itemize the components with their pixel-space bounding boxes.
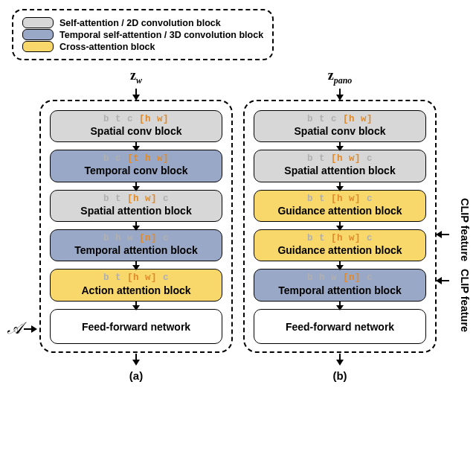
clip-feature-label-2: CLIP feature: [458, 269, 470, 332]
guidance-attention-block-2: b t [h w] c Guidance attention block: [254, 229, 426, 261]
dims-label: b t [h w] c: [257, 233, 422, 243]
dims-label: b t c [h w]: [54, 114, 219, 124]
arrow-right-icon: [24, 328, 36, 330]
arrow-down-icon: [135, 222, 137, 229]
legend-label: Self-attention / 2D convolution block: [60, 18, 221, 28]
swatch-yellow: [22, 41, 54, 52]
legend-item: Cross-attention block: [22, 41, 263, 52]
arrow-down-icon: [339, 354, 341, 364]
dims-label: b t [h w] c: [257, 194, 422, 204]
legend-item: Temporal self-attention / 3D convolution…: [22, 29, 263, 40]
stack-b: b t c [h w] Spatial conv block b t [h w]…: [243, 100, 437, 353]
arrow-down-icon: [135, 182, 137, 190]
column-b: zpano b t c [h w] Spatial conv block b t…: [243, 68, 437, 382]
arrow-left-icon: [437, 280, 449, 281]
spatial-conv-block: b t c [h w] Spatial conv block: [254, 110, 426, 142]
input-label-b: zpano: [328, 68, 353, 86]
input-subscript: w: [136, 75, 142, 86]
block-title: Feed-forward network: [54, 321, 219, 333]
column-label-a: (a): [129, 369, 143, 382]
input-symbol: z: [130, 68, 136, 83]
arrow-down-icon: [339, 261, 341, 269]
swatch-grey: [22, 17, 54, 28]
dims-label: b t c [h w]: [257, 114, 422, 124]
swatch-blue: [22, 29, 54, 40]
column-label-b: (b): [332, 369, 347, 382]
arrow-down-icon: [339, 182, 341, 190]
input-subscript: pano: [334, 75, 353, 86]
dims-label: b t [h w] c: [257, 153, 422, 164]
legend-label: Temporal self-attention / 3D convolution…: [60, 30, 263, 40]
dims-label: b h w [n] c: [54, 233, 219, 243]
block-title: Spatial attention block: [54, 205, 219, 217]
arrow-down-icon: [339, 302, 341, 309]
block-title: Temporal conv block: [54, 165, 219, 176]
arrow-down-icon: [339, 222, 341, 229]
arrow-down-icon: [135, 89, 137, 99]
feed-forward-block: Feed-forward network: [254, 309, 426, 344]
spatial-attention-block: b t [h w] c Spatial attention block: [50, 190, 222, 222]
legend-item: Self-attention / 2D convolution block: [22, 17, 263, 28]
block-title: Action attention block: [54, 284, 219, 296]
clip-feature-label-1: CLIP feature: [458, 198, 470, 261]
block-title: Spatial conv block: [257, 125, 422, 137]
legend-label: Cross-attention block: [60, 42, 155, 52]
legend-box: Self-attention / 2D convolution block Te…: [12, 9, 274, 60]
input-label-a: zw: [130, 68, 142, 86]
guidance-attention-block-1: b t [h w] c Guidance attention block: [254, 190, 426, 222]
column-a: zw b t c [h w] Spatial conv block b c [t…: [39, 68, 233, 382]
block-title: Guidance attention block: [257, 244, 422, 256]
dims-label: b t [h w] c: [54, 194, 219, 204]
temporal-attention-block: b h w [n] c Temporal attention block: [50, 229, 222, 261]
arrow-down-icon: [135, 354, 137, 364]
dims-label: b t [h w] c: [54, 272, 219, 283]
arrow-left-icon: [437, 234, 449, 235]
block-title: Spatial conv block: [54, 125, 219, 137]
block-title: Feed-forward network: [257, 321, 422, 333]
arrow-down-icon: [339, 89, 341, 99]
spatial-conv-block: b t c [h w] Spatial conv block: [50, 110, 222, 142]
arrow-down-icon: [135, 302, 137, 309]
temporal-conv-block: b c [t h w] Temporal conv block: [50, 150, 222, 182]
block-title: Spatial attention block: [257, 165, 422, 176]
stack-a: b t c [h w] Spatial conv block b c [t h …: [39, 100, 233, 353]
diagram-body: zw b t c [h w] Spatial conv block b c [t…: [9, 68, 467, 382]
feed-forward-block: Feed-forward network: [50, 309, 222, 344]
block-title: Temporal attention block: [257, 284, 422, 296]
input-symbol: z: [328, 68, 334, 83]
dims-label: b c [t h w]: [54, 153, 219, 164]
arrow-down-icon: [135, 261, 137, 269]
block-title: Guidance attention block: [257, 205, 422, 217]
spatial-attention-block: b t [h w] c Spatial attention block: [254, 150, 426, 182]
arrow-down-icon: [339, 142, 341, 150]
block-title: Temporal attention block: [54, 244, 219, 256]
arrow-down-icon: [135, 142, 137, 150]
action-input-symbol: 𝒜: [7, 319, 22, 338]
dims-label: b h w [n] c: [257, 272, 422, 283]
action-attention-block: b t [h w] c Action attention block: [50, 269, 222, 301]
temporal-attention-block: b h w [n] c Temporal attention block: [254, 269, 426, 301]
